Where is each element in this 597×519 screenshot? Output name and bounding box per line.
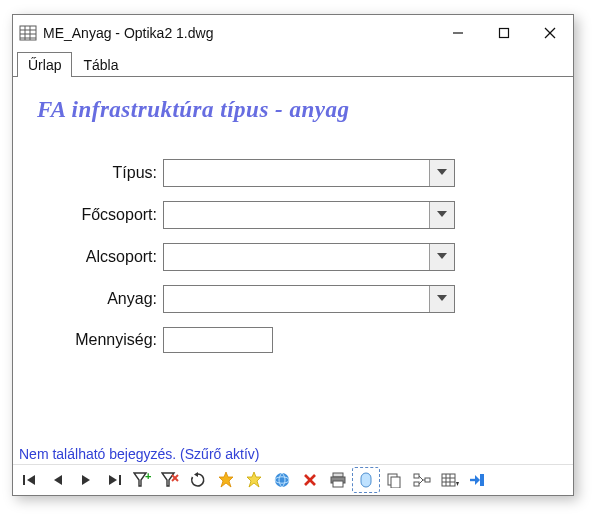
svg-line-42	[419, 480, 423, 484]
previous-record-icon[interactable]	[45, 468, 71, 492]
table-options-icon[interactable]	[437, 468, 463, 492]
next-record-icon[interactable]	[73, 468, 99, 492]
input-mennyiseg[interactable]	[163, 327, 273, 353]
dropdown-button[interactable]	[429, 286, 454, 312]
dropdown-button[interactable]	[429, 244, 454, 270]
delete-icon[interactable]	[297, 468, 323, 492]
label-alcsoport: Alcsoport:	[37, 248, 163, 266]
svg-marker-18	[109, 475, 117, 485]
field-anyag: Anyag:	[37, 285, 549, 313]
maximize-button[interactable]	[481, 15, 527, 51]
svg-rect-50	[480, 474, 484, 486]
label-mennyiseg: Mennyiség:	[37, 331, 163, 349]
svg-marker-12	[437, 253, 447, 259]
combo-alcsoport[interactable]	[163, 243, 455, 271]
svg-rect-34	[333, 481, 343, 487]
new-record-icon[interactable]	[213, 468, 239, 492]
field-tipus: Típus:	[37, 159, 549, 187]
svg-rect-14	[23, 475, 25, 485]
svg-line-41	[419, 476, 423, 480]
combo-anyag[interactable]	[163, 285, 455, 313]
field-focsoport: Főcsoport:	[37, 201, 549, 229]
filter-clear-icon[interactable]	[157, 468, 183, 492]
svg-marker-15	[27, 475, 35, 485]
svg-marker-11	[437, 211, 447, 217]
label-anyag: Anyag:	[37, 290, 163, 308]
combo-tipus[interactable]	[163, 159, 455, 187]
field-alcsoport: Alcsoport:	[37, 243, 549, 271]
svg-marker-49	[456, 482, 459, 486]
tab-label: Űrlap	[28, 57, 61, 73]
status-text: Nem található bejegyzés. (Szűrő aktív)	[13, 444, 573, 464]
svg-marker-10	[437, 169, 447, 175]
svg-marker-25	[194, 472, 198, 477]
label-tipus: Típus:	[37, 164, 163, 182]
toolbar: +	[13, 464, 573, 495]
svg-marker-27	[247, 472, 261, 487]
titlebar: ME_Anyag - Optika2 1.dwg	[13, 15, 573, 51]
svg-marker-17	[82, 475, 90, 485]
highlight-icon[interactable]	[241, 468, 267, 492]
svg-marker-26	[219, 472, 233, 487]
svg-marker-16	[54, 475, 62, 485]
svg-rect-32	[333, 473, 343, 477]
close-button[interactable]	[527, 15, 573, 51]
tab-urlap[interactable]: Űrlap	[17, 52, 72, 77]
dropdown-button[interactable]	[429, 160, 454, 186]
structure-icon[interactable]	[409, 468, 435, 492]
exit-icon[interactable]	[465, 468, 491, 492]
svg-marker-52	[475, 475, 480, 485]
field-mennyiseg: Mennyiség:	[37, 327, 549, 353]
refresh-icon[interactable]	[185, 468, 211, 492]
input-focsoport[interactable]	[164, 202, 429, 228]
first-record-icon[interactable]	[17, 468, 43, 492]
svg-rect-7	[500, 29, 509, 38]
form-panel: FA infrastruktúra típus - anyag Típus: F…	[13, 77, 573, 444]
last-record-icon[interactable]	[101, 468, 127, 492]
toggle-strip-icon[interactable]	[353, 468, 379, 492]
svg-rect-44	[442, 474, 455, 486]
zoom-to-icon[interactable]	[269, 468, 295, 492]
label-focsoport: Főcsoport:	[37, 206, 163, 224]
form-heading: FA infrastruktúra típus - anyag	[37, 97, 549, 123]
tab-tabla[interactable]: Tábla	[72, 52, 129, 77]
window-title: ME_Anyag - Optika2 1.dwg	[43, 25, 213, 41]
dropdown-button[interactable]	[429, 202, 454, 228]
svg-text:+: +	[145, 472, 151, 482]
input-anyag[interactable]	[164, 286, 429, 312]
tab-label: Tábla	[83, 57, 118, 73]
svg-point-28	[275, 473, 289, 487]
app-window: ME_Anyag - Optika2 1.dwg Űrlap Tábla	[12, 14, 574, 496]
input-alcsoport[interactable]	[164, 244, 429, 270]
input-tipus[interactable]	[164, 160, 429, 186]
app-icon	[19, 24, 37, 42]
svg-rect-35	[361, 473, 371, 487]
svg-rect-19	[119, 475, 121, 485]
print-icon[interactable]	[325, 468, 351, 492]
combo-focsoport[interactable]	[163, 201, 455, 229]
tabs: Űrlap Tábla	[13, 51, 573, 77]
svg-rect-40	[425, 478, 430, 482]
svg-rect-38	[414, 474, 419, 478]
copy-icon[interactable]	[381, 468, 407, 492]
svg-marker-13	[437, 295, 447, 301]
svg-rect-37	[391, 477, 400, 488]
svg-rect-39	[414, 482, 419, 486]
filter-add-icon[interactable]: +	[129, 468, 155, 492]
minimize-button[interactable]	[435, 15, 481, 51]
